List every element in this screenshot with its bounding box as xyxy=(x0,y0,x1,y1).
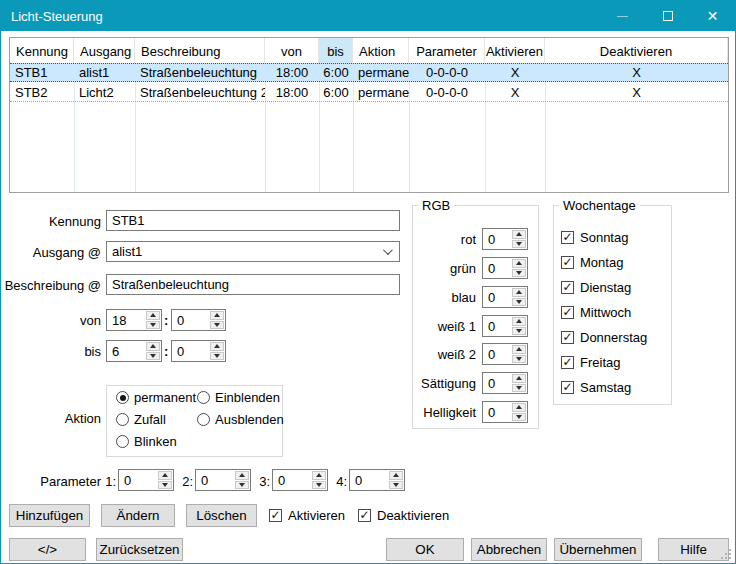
helligkeit-spinner[interactable]: 0 xyxy=(482,401,528,423)
helligkeit-label: Helligkeit xyxy=(412,405,476,420)
donnerstag-checkbox[interactable]: Donnerstag xyxy=(561,330,647,345)
beschreibung-input[interactable]: Straßenbeleuchtung xyxy=(106,274,400,295)
column-header-aktivieren[interactable]: Aktivieren xyxy=(485,38,545,64)
triangle-up-icon xyxy=(516,232,522,236)
spin-up-button[interactable] xyxy=(512,345,526,354)
bis-label: bis xyxy=(1,344,101,359)
table-row-stb2[interactable]: STB2 Licht2 Straßenbeleuchtung 2 18:00 6… xyxy=(10,83,728,102)
spin-down-button[interactable] xyxy=(158,481,172,490)
cell-aktion: permanent xyxy=(353,83,409,101)
checkbox-label: Montag xyxy=(580,255,623,270)
column-header-bis[interactable]: bis xyxy=(319,38,353,64)
spin-down-button[interactable] xyxy=(512,240,526,249)
saettigung-spinner[interactable]: 0 xyxy=(482,372,528,394)
spin-up-button[interactable] xyxy=(210,311,224,320)
spin-up-button[interactable] xyxy=(146,311,160,320)
spin-up-button[interactable] xyxy=(146,342,160,351)
sonntag-checkbox[interactable]: Sonntag xyxy=(561,230,628,245)
column-header-deaktivieren[interactable]: Deaktivieren xyxy=(545,38,728,64)
deaktivieren-checkbox[interactable]: Deaktivieren xyxy=(358,508,449,523)
spin-down-button[interactable] xyxy=(512,355,526,364)
column-header-ausgang[interactable]: Ausgang xyxy=(74,38,135,64)
code-view-button[interactable]: </> xyxy=(9,538,86,561)
column-header-kennung[interactable]: Kennung xyxy=(10,38,74,64)
weiss1-spinner[interactable]: 0 xyxy=(482,315,528,337)
minimize-button[interactable] xyxy=(600,1,645,31)
zuruecksetzen-button[interactable]: Zurücksetzen xyxy=(96,538,183,561)
rot-spinner[interactable]: 0 xyxy=(482,228,528,250)
spin-down-button[interactable] xyxy=(512,327,526,336)
bis-hour-spinner[interactable]: 6 xyxy=(106,340,162,362)
spin-down-button[interactable] xyxy=(512,384,526,393)
cell-bis: 6:00 xyxy=(319,64,353,81)
gruen-spinner[interactable]: 0 xyxy=(482,257,528,279)
column-header-aktion[interactable]: Aktion xyxy=(353,38,409,64)
samstag-checkbox[interactable]: Samstag xyxy=(561,380,631,395)
radio-ausblenden[interactable]: Ausblenden xyxy=(197,412,284,427)
aendern-button[interactable]: Ändern xyxy=(101,504,175,527)
spin-up-button[interactable] xyxy=(210,342,224,351)
abbrechen-button[interactable]: Abbrechen xyxy=(471,538,547,561)
spin-up-button[interactable] xyxy=(512,259,526,268)
ok-button[interactable]: OK xyxy=(386,538,464,561)
bis-minute-spinner[interactable]: 0 xyxy=(171,340,226,362)
checkbox-label: Dienstag xyxy=(580,280,631,295)
cell-von: 18:00 xyxy=(265,83,319,101)
close-button[interactable]: ✕ xyxy=(690,1,735,31)
parameter-1-spinner[interactable]: 0 xyxy=(118,469,174,491)
spin-down-button[interactable] xyxy=(312,481,326,490)
radio-permanent[interactable]: permanent xyxy=(116,390,196,405)
radio-icon xyxy=(116,391,129,404)
table-row-stb1[interactable]: STB1 alist1 Straßenbeleuchtung 18:00 6:0… xyxy=(10,63,728,82)
spin-down-button[interactable] xyxy=(235,481,249,490)
spin-down-button[interactable] xyxy=(146,352,160,361)
light-schedule-table[interactable]: Kennung Ausgang Beschreibung von bis Akt… xyxy=(9,37,729,193)
dienstag-checkbox[interactable]: Dienstag xyxy=(561,280,631,295)
triangle-up-icon xyxy=(393,473,399,477)
spin-down-button[interactable] xyxy=(210,321,224,330)
parameter-3-spinner[interactable]: 0 xyxy=(272,469,328,491)
triangle-down-icon xyxy=(516,271,522,275)
spin-up-button[interactable] xyxy=(512,230,526,239)
montag-checkbox[interactable]: Montag xyxy=(561,255,623,270)
von-hour-spinner[interactable]: 18 xyxy=(106,309,162,331)
spin-down-button[interactable] xyxy=(512,413,526,422)
von-minute-spinner[interactable]: 0 xyxy=(171,309,226,331)
kennung-input[interactable]: STB1 xyxy=(106,210,400,231)
spin-up-button[interactable] xyxy=(512,288,526,297)
spin-down-button[interactable] xyxy=(210,352,224,361)
resize-grip[interactable] xyxy=(729,557,731,559)
ausgang-select[interactable]: alist1 xyxy=(106,241,400,262)
spin-up-button[interactable] xyxy=(389,471,403,480)
aktivieren-checkbox[interactable]: Aktivieren xyxy=(269,508,345,523)
spin-down-button[interactable] xyxy=(389,481,403,490)
radio-blinken[interactable]: Blinken xyxy=(116,434,177,449)
triangle-up-icon xyxy=(516,376,522,380)
maximize-button[interactable] xyxy=(645,1,690,31)
freitag-checkbox[interactable]: Freitag xyxy=(561,355,620,370)
mittwoch-checkbox[interactable]: Mittwoch xyxy=(561,305,631,320)
hilfe-button[interactable]: Hilfe xyxy=(658,538,729,561)
weiss2-spinner[interactable]: 0 xyxy=(482,343,528,365)
spin-up-button[interactable] xyxy=(312,471,326,480)
radio-einblenden[interactable]: Einblenden xyxy=(197,390,280,405)
radio-zufall[interactable]: Zufall xyxy=(116,412,166,427)
spin-up-button[interactable] xyxy=(235,471,249,480)
blau-spinner[interactable]: 0 xyxy=(482,286,528,308)
loeschen-button[interactable]: Löschen xyxy=(186,504,257,527)
column-header-von[interactable]: von xyxy=(265,38,319,64)
spin-up-button[interactable] xyxy=(512,403,526,412)
spin-up-button[interactable] xyxy=(158,471,172,480)
spin-up-button[interactable] xyxy=(512,374,526,383)
hinzufuegen-button[interactable]: Hinzufügen xyxy=(9,504,90,527)
column-header-beschreibung[interactable]: Beschreibung xyxy=(135,38,265,64)
column-header-parameter[interactable]: Parameter xyxy=(409,38,485,64)
spin-down-button[interactable] xyxy=(512,269,526,278)
spin-down-button[interactable] xyxy=(146,321,160,330)
uebernehmen-button[interactable]: Übernehmen xyxy=(554,538,642,561)
titlebar[interactable]: Licht-Steuerung ✕ xyxy=(1,1,735,31)
parameter-4-spinner[interactable]: 0 xyxy=(349,469,405,491)
spin-up-button[interactable] xyxy=(512,317,526,326)
spin-down-button[interactable] xyxy=(512,298,526,307)
parameter-2-spinner[interactable]: 0 xyxy=(195,469,251,491)
